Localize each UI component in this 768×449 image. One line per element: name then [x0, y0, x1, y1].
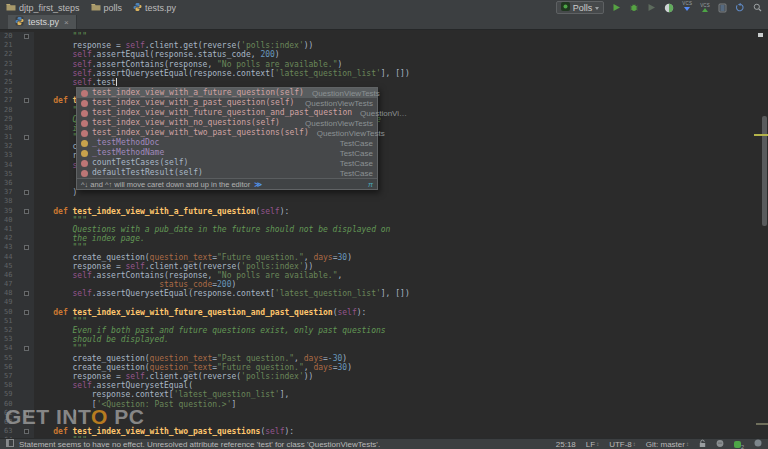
- line-number[interactable]: 30: [0, 124, 20, 133]
- line-number[interactable]: 48: [0, 289, 20, 298]
- completion-item[interactable]: test_index_view_with_future_question_and…: [77, 108, 377, 118]
- code-text[interactable]: create_question(question_text="Future qu…: [34, 253, 352, 262]
- line-number[interactable]: 34: [0, 161, 20, 170]
- completion-item[interactable]: defaultTestResult(self)TestCase: [77, 168, 377, 178]
- line-number[interactable]: 55: [0, 354, 20, 363]
- line-number[interactable]: 24: [0, 69, 20, 78]
- editor[interactable]: 20 """21 response = self.client.get(reve…: [0, 31, 768, 438]
- code-text[interactable]: """: [34, 243, 87, 252]
- line-number[interactable]: 21: [0, 41, 20, 50]
- toggle-toolwindows-icon[interactable]: [6, 439, 14, 449]
- line-number[interactable]: 56: [0, 363, 20, 372]
- code-text[interactable]: create_question(question_text="Past ques…: [34, 354, 347, 363]
- debug-icon[interactable]: [629, 1, 639, 14]
- completion-item[interactable]: test_index_view_with_a_future_question(s…: [77, 88, 377, 98]
- line-number[interactable]: 23: [0, 60, 20, 69]
- line-number[interactable]: 45: [0, 262, 20, 271]
- line-number[interactable]: 53: [0, 335, 20, 344]
- code-text[interactable]: response.context['latest_question_list']…: [34, 390, 289, 399]
- line-number[interactable]: 25: [0, 78, 20, 87]
- line-number[interactable]: 22: [0, 50, 20, 59]
- fold-marker-icon[interactable]: [24, 34, 29, 39]
- code-text[interactable]: """: [34, 32, 87, 41]
- gutter-fold-column[interactable]: [20, 308, 34, 317]
- line-number[interactable]: 27: [0, 96, 20, 105]
- gutter-fold-column[interactable]: [20, 188, 34, 197]
- line-number[interactable]: 37: [0, 188, 20, 197]
- code-text[interactable]: Questions with a pub_date in the future …: [34, 225, 390, 234]
- close-tab-icon[interactable]: ×: [64, 18, 69, 27]
- line-number[interactable]: 49: [0, 298, 20, 307]
- code-text[interactable]: self.assertEqual(response.status_code, 2…: [34, 50, 280, 59]
- gutter-fold-column[interactable]: [20, 133, 34, 142]
- fold-marker-icon[interactable]: [24, 190, 29, 195]
- line-number[interactable]: 29: [0, 115, 20, 124]
- line-number[interactable]: 46: [0, 271, 20, 280]
- fold-marker-icon[interactable]: [24, 135, 29, 140]
- fold-marker-icon[interactable]: [24, 209, 29, 214]
- line-number[interactable]: 43: [0, 243, 20, 252]
- fold-marker-icon[interactable]: [24, 245, 29, 250]
- fold-marker-icon[interactable]: [24, 429, 29, 434]
- line-number[interactable]: 58: [0, 381, 20, 390]
- completion-item[interactable]: test_index_view_with_two_past_questions(…: [77, 128, 377, 138]
- line-number[interactable]: 50: [0, 308, 20, 317]
- code-text[interactable]: self.assertQuerysetEqual(response.contex…: [34, 69, 410, 78]
- stripe-mark[interactable]: [756, 423, 768, 425]
- run-icon[interactable]: [612, 1, 621, 14]
- inspection-indicator-icon[interactable]: [758, 33, 763, 37]
- line-number[interactable]: 26: [0, 87, 20, 96]
- diff-icon[interactable]: [718, 1, 727, 14]
- code-text[interactable]: should be displayed.: [34, 335, 169, 344]
- code-text[interactable]: response = self.client.get(reverse('poll…: [34, 41, 313, 50]
- search-icon[interactable]: [753, 1, 762, 14]
- rollback-icon[interactable]: [735, 1, 745, 14]
- more-link[interactable]: ≫: [254, 180, 262, 189]
- code-text[interactable]: response = self.client.get(reverse('poll…: [34, 262, 313, 271]
- code-text[interactable]: the index page.: [34, 234, 145, 243]
- completion-item[interactable]: _testMethodDocTestCase: [77, 138, 377, 148]
- completion-item[interactable]: test_index_view_with_no_questions(self)Q…: [77, 118, 377, 128]
- notifications-icon[interactable]: 2: [734, 441, 744, 448]
- code-text[interactable]: self.assertQuerysetEqual(response.contex…: [34, 289, 410, 298]
- code-text[interactable]: ): [34, 188, 77, 197]
- line-number[interactable]: 40: [0, 216, 20, 225]
- profiler-icon[interactable]: [664, 1, 674, 14]
- line-number[interactable]: 36: [0, 179, 20, 188]
- completion-item[interactable]: _testMethodNameTestCase: [77, 148, 377, 158]
- gutter-fold-column[interactable]: [20, 96, 34, 105]
- code-text[interactable]: """: [34, 317, 87, 326]
- gutter-fold-column[interactable]: [20, 289, 34, 298]
- code-text[interactable]: self.assertQuerysetEqual(: [34, 381, 193, 390]
- fold-marker-icon[interactable]: [24, 346, 29, 351]
- line-number[interactable]: 32: [0, 142, 20, 151]
- status-widget-git-master[interactable]: Git: master↕: [646, 440, 689, 449]
- code-text[interactable]: status_code=200): [34, 280, 236, 289]
- line-number[interactable]: 47: [0, 280, 20, 289]
- tab-tests-py[interactable]: tests.py ×: [8, 15, 77, 29]
- inspector-profile-icon[interactable]: [716, 439, 724, 449]
- vcs-commit-icon[interactable]: VCS: [700, 1, 710, 14]
- gutter-fold-column[interactable]: [20, 32, 34, 41]
- code-text[interactable]: response = self.client.get(reverse('poll…: [34, 372, 313, 381]
- line-number[interactable]: 44: [0, 253, 20, 262]
- fold-marker-icon[interactable]: [24, 310, 29, 315]
- gutter-fold-column[interactable]: [20, 207, 34, 216]
- line-number[interactable]: 57: [0, 372, 20, 381]
- scrollbar-thumb[interactable]: [762, 116, 767, 226]
- status-widget-lf[interactable]: LF↕: [586, 440, 599, 449]
- line-number[interactable]: 54: [0, 344, 20, 353]
- code-text[interactable]: """: [34, 344, 87, 353]
- vcs-update-icon[interactable]: VCS: [682, 1, 692, 14]
- breadcrumb-item-tests-py[interactable]: tests.py: [133, 2, 176, 14]
- gutter-fold-column[interactable]: [20, 243, 34, 252]
- fold-marker-icon[interactable]: [24, 291, 29, 296]
- line-number[interactable]: 41: [0, 225, 20, 234]
- line-number[interactable]: 33: [0, 151, 20, 160]
- lock-icon[interactable]: [699, 439, 706, 449]
- code-text[interactable]: """: [34, 216, 87, 225]
- code-text[interactable]: def test_index_view_with_future_question…: [34, 308, 366, 317]
- line-number[interactable]: 38: [0, 197, 20, 206]
- line-number[interactable]: 31: [0, 133, 20, 142]
- code-text[interactable]: create_question(question_text="Future qu…: [34, 363, 352, 372]
